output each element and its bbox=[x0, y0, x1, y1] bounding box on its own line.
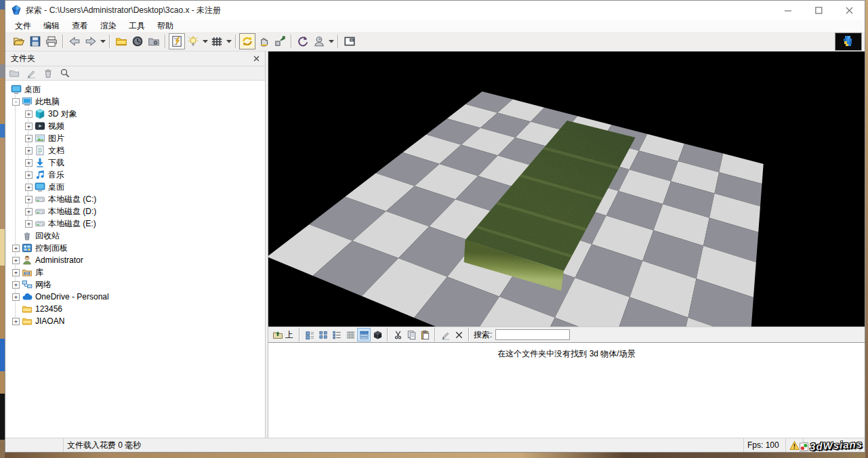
cut-button[interactable] bbox=[391, 328, 405, 341]
rotate-button[interactable] bbox=[239, 33, 255, 49]
tree-item[interactable]: +库 bbox=[5, 266, 265, 278]
search-input[interactable] bbox=[495, 329, 570, 340]
expand-icon[interactable]: + bbox=[25, 208, 33, 215]
tree-item[interactable]: +下载 bbox=[5, 157, 265, 169]
folder-icon bbox=[22, 304, 33, 314]
expand-icon[interactable]: + bbox=[25, 171, 33, 179]
open-button[interactable] bbox=[11, 33, 27, 49]
forward-dropdown-icon[interactable] bbox=[99, 33, 106, 49]
back-button[interactable] bbox=[66, 33, 83, 49]
tree-item[interactable]: +JIAOAN bbox=[5, 315, 265, 327]
doc-flash-button[interactable] bbox=[169, 33, 185, 49]
view-thumbnails-button[interactable] bbox=[357, 328, 371, 341]
tree-item[interactable]: +网络 bbox=[5, 278, 265, 291]
expand-icon[interactable]: + bbox=[25, 196, 33, 203]
pan-hand-button[interactable] bbox=[255, 33, 272, 49]
tree-item[interactable]: +Administrator bbox=[5, 254, 265, 266]
toolbar-separator bbox=[299, 328, 300, 341]
camera-dropdown-icon[interactable] bbox=[327, 33, 335, 49]
expand-icon[interactable]: + bbox=[25, 110, 33, 118]
new-folder-button[interactable] bbox=[8, 67, 20, 79]
scene-canvas bbox=[268, 51, 865, 327]
tree-item[interactable]: +本地磁盘 (C:) bbox=[5, 193, 265, 205]
rename-button[interactable] bbox=[25, 67, 37, 79]
expand-icon[interactable]: + bbox=[12, 318, 20, 325]
tree-item[interactable]: +图片 bbox=[5, 132, 265, 144]
tree-item[interactable]: +3D 对象 bbox=[5, 108, 265, 120]
drive-icon bbox=[35, 194, 45, 205]
menu-file[interactable]: 文件 bbox=[9, 20, 37, 32]
scene-folder-button[interactable] bbox=[113, 33, 129, 49]
tree-item-label: 桌面 bbox=[48, 182, 64, 193]
tree-item[interactable]: +视频 bbox=[5, 120, 265, 132]
transform-button[interactable] bbox=[272, 33, 288, 49]
view-tiles-button[interactable] bbox=[303, 328, 316, 341]
menu-help[interactable]: 帮助 bbox=[151, 20, 180, 32]
expand-icon[interactable]: + bbox=[12, 293, 20, 301]
toolbar-separator bbox=[291, 35, 292, 48]
up-folder-button[interactable] bbox=[271, 328, 285, 341]
expand-icon[interactable]: + bbox=[12, 257, 20, 264]
expand-icon[interactable]: + bbox=[25, 135, 33, 142]
expand-icon[interactable]: + bbox=[25, 184, 33, 191]
menu-view[interactable]: 查看 bbox=[66, 20, 94, 32]
light-button[interactable] bbox=[185, 33, 201, 49]
viewport-window-button[interactable] bbox=[342, 33, 358, 49]
grid-button[interactable] bbox=[209, 33, 225, 49]
view-details-button[interactable] bbox=[344, 328, 357, 341]
print-button[interactable] bbox=[43, 33, 60, 49]
tree-item[interactable]: +本地磁盘 (E:) bbox=[5, 217, 265, 230]
menu-edit[interactable]: 编辑 bbox=[37, 20, 66, 32]
search-button[interactable] bbox=[59, 67, 71, 79]
tree-item[interactable]: -此电脑 bbox=[5, 96, 265, 108]
expand-icon[interactable]: + bbox=[25, 220, 33, 228]
tree-item-label: 本地磁盘 (D:) bbox=[48, 206, 96, 217]
tree-item[interactable]: +OneDrive - Personal bbox=[5, 291, 265, 303]
menu-tools[interactable]: 工具 bbox=[123, 20, 151, 32]
viewport-3d[interactable] bbox=[268, 51, 865, 327]
library-icon bbox=[22, 267, 33, 278]
menu-render[interactable]: 渲染 bbox=[94, 20, 123, 32]
expand-icon[interactable]: + bbox=[25, 147, 33, 154]
desktop-icon bbox=[35, 182, 45, 192]
tree-item[interactable]: +文档 bbox=[5, 144, 265, 157]
snapshot-button[interactable] bbox=[146, 33, 162, 49]
rename-item-button[interactable] bbox=[438, 328, 452, 341]
tree-item-label: 音乐 bbox=[48, 169, 64, 181]
expand-icon[interactable]: + bbox=[25, 123, 33, 130]
tree-item[interactable]: 回收站 bbox=[5, 230, 265, 242]
tree-item[interactable]: +控制面板 bbox=[5, 242, 265, 254]
cube-view-button[interactable] bbox=[371, 328, 384, 341]
delete-button[interactable] bbox=[42, 67, 54, 79]
tree-item[interactable]: +本地磁盘 (D:) bbox=[5, 205, 265, 217]
grid-dropdown-icon[interactable] bbox=[225, 33, 232, 49]
expand-icon[interactable]: + bbox=[12, 281, 20, 289]
light-dropdown-icon[interactable] bbox=[201, 33, 209, 49]
minimize-button[interactable] bbox=[773, 1, 804, 20]
camera-head-button[interactable] bbox=[311, 33, 327, 49]
title-bar[interactable]: 探索 - C:\Users\Administrator\Desktop\3cao… bbox=[5, 1, 865, 20]
tree-item[interactable]: 123456 bbox=[5, 303, 265, 315]
panel-close-icon[interactable] bbox=[251, 54, 261, 64]
status-fps: Fps: 100 bbox=[744, 438, 786, 452]
forward-button[interactable] bbox=[83, 33, 99, 49]
view-list-button[interactable] bbox=[330, 328, 344, 341]
delete-item-button[interactable] bbox=[452, 328, 466, 341]
view-icons-button[interactable] bbox=[316, 328, 330, 341]
up-button-label[interactable]: 上 bbox=[285, 329, 293, 341]
expand-icon[interactable]: + bbox=[12, 269, 20, 276]
expand-icon[interactable]: + bbox=[25, 159, 33, 167]
paste-button[interactable] bbox=[418, 328, 432, 341]
refresh-button[interactable] bbox=[295, 33, 311, 49]
copy-button[interactable] bbox=[405, 328, 418, 341]
save-button[interactable] bbox=[27, 33, 43, 49]
close-button[interactable] bbox=[834, 1, 865, 20]
collapse-icon[interactable]: - bbox=[12, 98, 20, 106]
tree-item[interactable]: +桌面 bbox=[5, 181, 265, 193]
expand-icon[interactable]: + bbox=[12, 245, 20, 252]
maximize-button[interactable] bbox=[804, 1, 834, 20]
tree-item[interactable]: 桌面 bbox=[5, 83, 265, 96]
objects-list-panel[interactable]: 在这个文件夹中没有找到 3d 物体/场景 bbox=[268, 343, 865, 438]
render-clock-button[interactable] bbox=[129, 33, 146, 49]
tree-item[interactable]: +音乐 bbox=[5, 169, 265, 181]
